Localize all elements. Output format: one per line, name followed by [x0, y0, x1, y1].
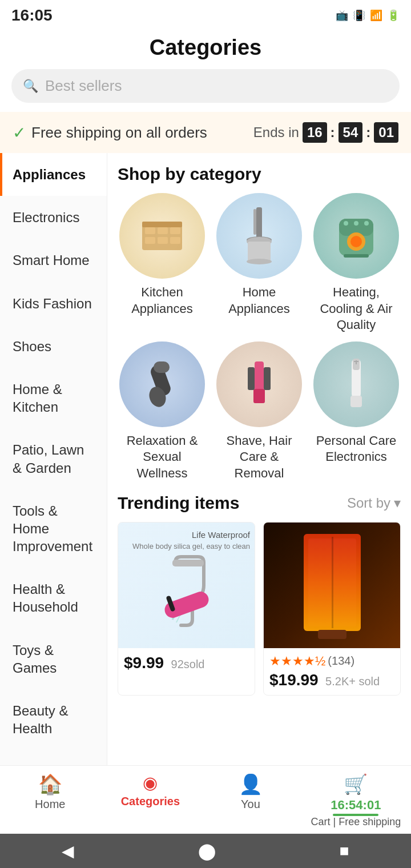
category-circle-heating — [313, 193, 399, 279]
svg-rect-40 — [332, 537, 333, 628]
rating-count-2: (134) — [328, 654, 354, 668]
nav-item-cart[interactable]: 🛒 16:54:01 Cart | Free shipping — [311, 773, 401, 828]
product-rating-2: ★★★★½ (134) — [269, 654, 394, 669]
sidebar-item-tools[interactable]: Tools & Home Improvement — [0, 489, 107, 568]
you-nav-icon: 👤 — [239, 773, 263, 795]
category-circle-home — [216, 193, 302, 279]
category-item-relax[interactable]: Relaxation & Sexual Wellness — [118, 341, 207, 482]
svg-rect-2 — [145, 227, 155, 234]
battery-icon: 🔋 — [387, 9, 400, 22]
sidebar-item-toys[interactable]: Toys & Games — [0, 629, 107, 689]
timer-hours: 16 — [303, 122, 327, 143]
category-circle-kitchen — [119, 193, 205, 279]
shipping-text: Free shipping on all orders — [31, 124, 207, 142]
category-label-home: Home Appliances — [215, 284, 304, 317]
sidebar-item-homekitchen[interactable]: Home & Kitchen — [0, 368, 107, 428]
product-image-1: Life WaterproofWhole body silica gel, ea… — [118, 523, 255, 648]
nav-item-categories[interactable]: ◉ Categories — [110, 773, 190, 828]
sidebar-item-appliances[interactable]: Appliances — [0, 153, 107, 196]
sidebar-item-health[interactable]: Health & Household — [0, 568, 107, 628]
svg-rect-26 — [253, 389, 265, 403]
svg-rect-4 — [170, 227, 180, 234]
category-item-heating[interactable]: Heating, Cooling & Air Quality — [312, 193, 401, 333]
svg-rect-12 — [248, 242, 271, 262]
status-time: 16:05 — [11, 6, 53, 25]
android-home[interactable]: ⬤ — [198, 842, 216, 861]
svg-rect-28 — [264, 367, 271, 390]
trending-title: Trending items — [118, 493, 239, 513]
svg-point-21 — [364, 221, 369, 226]
svg-rect-27 — [248, 367, 255, 390]
timer-sep-1: : — [331, 124, 335, 140]
sidebar-item-beauty[interactable]: Beauty & Health — [0, 689, 107, 750]
svg-rect-3 — [158, 227, 168, 234]
svg-rect-18 — [344, 254, 369, 258]
sidebar: Appliances Electronics Smart Home Kids F… — [0, 153, 107, 793]
category-label-shave: Shave, Hair Care & Removal — [215, 433, 304, 482]
status-icons: 📺 📳 📶 🔋 — [336, 9, 400, 22]
sort-by-button[interactable]: Sort by ▾ — [347, 495, 401, 511]
android-back[interactable]: ◀ — [62, 842, 74, 861]
category-label-kitchen: Kitchen Appliances — [118, 284, 207, 317]
category-item-personal[interactable]: Personal Care Electronics — [312, 341, 401, 482]
svg-rect-31 — [350, 396, 362, 407]
svg-rect-25 — [255, 361, 264, 390]
you-nav-label: You — [241, 798, 260, 811]
categories-nav-icon: ◉ — [143, 773, 158, 793]
nav-item-home[interactable]: 🏠 Home — [10, 773, 90, 828]
search-bar[interactable]: 🔍 Best sellers — [11, 69, 400, 103]
shipping-left: ✓ Free shipping on all orders — [13, 123, 207, 142]
shipping-timer: Ends in 16 : 54 : 01 — [253, 122, 398, 143]
home-nav-icon: 🏠 — [38, 773, 62, 795]
category-item-kitchen[interactable]: Kitchen Appliances — [118, 193, 207, 333]
sidebar-item-shoes[interactable]: Shoes — [0, 325, 107, 368]
wifi-icon: 📶 — [370, 9, 382, 22]
svg-rect-7 — [170, 237, 180, 244]
svg-rect-1 — [142, 222, 182, 227]
product-sold-2: 5.2K+ sold — [325, 675, 380, 688]
svg-rect-9 — [253, 209, 256, 235]
vibrate-icon: 📳 — [353, 9, 365, 22]
category-item-home[interactable]: Home Appliances — [215, 193, 304, 333]
product-card-2[interactable]: ★★★★½ (134) $19.99 5.2K+ sold — [263, 522, 401, 696]
page-header: Categories — [0, 30, 411, 69]
product-info-2: ★★★★½ (134) $19.99 5.2K+ sold — [264, 648, 400, 695]
timer-minutes: 54 — [339, 122, 363, 143]
android-recents[interactable]: ■ — [340, 842, 349, 860]
sort-by-chevron: ▾ — [394, 495, 401, 511]
svg-point-19 — [344, 221, 348, 226]
sidebar-item-kidsfashion[interactable]: Kids Fashion — [0, 282, 107, 325]
trending-header: Trending items Sort by ▾ — [118, 493, 401, 513]
svg-rect-6 — [158, 237, 168, 244]
main-layout: Appliances Electronics Smart Home Kids F… — [0, 153, 411, 793]
status-bar: 16:05 📺 📳 📶 🔋 — [0, 0, 411, 30]
cart-nav-icon: 🛒 — [344, 773, 368, 795]
categories-nav-label: Categories — [121, 795, 180, 808]
svg-point-20 — [354, 221, 358, 226]
bottom-nav: 🏠 Home ◉ Categories 👤 You 🛒 16:54:01 Car… — [0, 765, 411, 834]
category-label-relax: Relaxation & Sexual Wellness — [118, 433, 207, 482]
cart-nav-label: Cart | Free shipping — [311, 816, 401, 828]
sidebar-item-patio[interactable]: Patio, Lawn & Garden — [0, 428, 107, 489]
product-svg-2 — [269, 528, 395, 642]
home-nav-label: Home — [35, 798, 65, 811]
sidebar-item-smarthome[interactable]: Smart Home — [0, 239, 107, 282]
sidebar-item-electronics[interactable]: Electronics — [0, 196, 107, 239]
svg-point-13 — [247, 259, 272, 264]
stars-2: ★★★★½ — [269, 654, 325, 669]
timer-seconds: 01 — [374, 122, 398, 143]
svg-rect-5 — [145, 237, 155, 244]
product-sold-1: 92sold — [171, 658, 205, 670]
svg-rect-34 — [172, 560, 204, 566]
category-item-shave[interactable]: Shave, Hair Care & Removal — [215, 341, 304, 482]
product-card-1[interactable]: Life WaterproofWhole body silica gel, ea… — [118, 522, 255, 696]
svg-rect-41 — [318, 630, 346, 639]
product-image-2 — [264, 523, 400, 648]
check-icon: ✓ — [13, 123, 26, 142]
svg-rect-24 — [154, 361, 170, 373]
ends-in-label: Ends in — [253, 124, 299, 140]
page-title: Categories — [150, 35, 261, 59]
svg-rect-8 — [256, 207, 262, 239]
nav-item-you[interactable]: 👤 You — [211, 773, 291, 828]
products-grid: Life WaterproofWhole body silica gel, ea… — [118, 522, 401, 696]
